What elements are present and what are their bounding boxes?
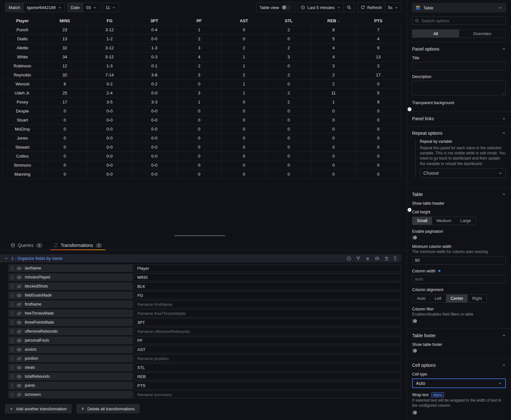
column-filter-toggle[interactable] [412, 318, 413, 324]
title-input[interactable] [412, 62, 506, 70]
column-header-reb[interactable]: REB↓ [311, 18, 356, 25]
cell-options-header[interactable]: Cell options [412, 363, 506, 368]
enable-pagination-toggle[interactable] [412, 235, 413, 240]
drag-handle-icon[interactable] [11, 293, 14, 298]
repeat-variable-select[interactable]: Choose [420, 168, 506, 178]
rename-input[interactable] [134, 300, 401, 308]
table-footer-header[interactable]: Table footer [412, 333, 506, 338]
cell-type-select[interactable]: Auto [412, 378, 506, 388]
eye-icon[interactable] [17, 365, 22, 370]
rename-input[interactable] [134, 282, 401, 290]
panel-links-header[interactable]: Panel links [412, 116, 506, 121]
eye-icon[interactable] [17, 320, 22, 325]
tab-overrides[interactable]: Overrides [459, 30, 506, 37]
column-alignment-option-left[interactable]: Left [430, 295, 446, 302]
drag-handle-icon[interactable] [11, 284, 14, 288]
panel-type-selector[interactable]: Table [412, 3, 506, 12]
refresh-interval-dropdown[interactable]: 5s [385, 3, 401, 12]
column-header-stl[interactable]: STL [266, 18, 311, 25]
drag-handle-icon[interactable] [11, 375, 14, 379]
rename-input[interactable] [134, 346, 401, 353]
column-header-player[interactable]: Player [3, 18, 43, 25]
eye-icon[interactable] [17, 293, 22, 298]
eye-slash-icon[interactable] [17, 284, 22, 289]
rename-input[interactable] [134, 327, 401, 335]
rename-input[interactable] [134, 337, 401, 344]
tab-transformations[interactable]: Transformations 1 [53, 241, 102, 250]
eye-slash-icon[interactable] [17, 356, 22, 361]
drag-handle-icon[interactable] [11, 329, 14, 334]
match-value-dropdown[interactable]: /game/6442189 [24, 3, 64, 12]
drag-handle-icon[interactable] [11, 393, 14, 397]
transformation-header[interactable]: 1 - Organize fields by name [0, 254, 401, 262]
repeat-options-header[interactable]: Repeat options [412, 131, 506, 136]
debug-button[interactable] [365, 256, 370, 261]
cell-height-option-medium[interactable]: Medium [432, 217, 456, 225]
eye-slash-icon[interactable] [17, 329, 22, 334]
panel-options-header[interactable]: Panel options [412, 46, 506, 52]
eye-icon[interactable] [17, 338, 22, 343]
drag-handle-icon[interactable] [11, 311, 14, 316]
drag-handle-icon[interactable] [11, 275, 14, 279]
column-header-pts[interactable]: PTS [356, 18, 401, 25]
tab-all[interactable]: All [412, 30, 459, 37]
eye-slash-icon[interactable] [17, 392, 22, 397]
rename-input[interactable] [134, 318, 401, 326]
column-alignment-option-auto[interactable]: Auto [412, 295, 430, 302]
min-column-width-input[interactable] [412, 256, 506, 265]
column-header-mins[interactable]: MINS [43, 18, 87, 25]
drag-handle-icon[interactable] [11, 357, 14, 361]
zoom-out-button[interactable] [343, 3, 354, 12]
delete-button[interactable] [384, 256, 389, 261]
drag-handle-icon[interactable] [11, 384, 14, 388]
rename-input[interactable] [134, 391, 401, 398]
eye-icon[interactable] [17, 383, 22, 388]
date-day-dropdown[interactable]: 11 [103, 3, 119, 12]
description-input[interactable] [412, 81, 506, 95]
tab-queries[interactable]: Queries 1 [11, 241, 43, 250]
column-header-pf[interactable]: PF [177, 18, 222, 25]
column-width-input[interactable] [412, 275, 506, 283]
column-header-ast[interactable]: AST [222, 18, 266, 25]
eye-icon[interactable] [17, 275, 22, 280]
pane-resize-handle[interactable] [174, 235, 225, 236]
drag-handle-icon[interactable] [11, 302, 14, 307]
date-month-dropdown[interactable]: 03 [83, 3, 99, 12]
eye-slash-icon[interactable] [17, 302, 22, 307]
wrap-text-toggle[interactable] [412, 410, 413, 415]
column-alignment-option-center[interactable]: Center [446, 295, 468, 302]
cell-height-option-small[interactable]: Small [412, 217, 432, 225]
drag-handle-icon[interactable] [11, 266, 14, 270]
time-range-picker[interactable]: Last 5 minutes [298, 3, 343, 12]
column-header-3pt[interactable]: 3PT [132, 18, 177, 25]
eye-icon[interactable] [17, 374, 22, 379]
rename-input[interactable] [134, 264, 401, 272]
rename-input[interactable] [134, 273, 401, 281]
add-transformation-button[interactable]: + Add another transformation [5, 404, 72, 413]
show-table-footer-toggle[interactable] [412, 348, 413, 354]
drag-handle-icon[interactable] [11, 366, 14, 370]
drag-handle-icon[interactable] [11, 338, 14, 343]
table-view-toggle[interactable] [281, 5, 292, 10]
rename-input[interactable] [134, 291, 401, 299]
rename-input[interactable] [134, 355, 401, 362]
rename-input[interactable] [134, 373, 401, 380]
info-button[interactable] [347, 256, 351, 261]
cell-height-option-large[interactable]: Large [456, 217, 476, 225]
drag-handle-icon[interactable] [11, 347, 14, 352]
filter-button[interactable] [356, 256, 361, 261]
options-search[interactable]: Search options [412, 16, 506, 25]
eye-slash-icon[interactable] [17, 311, 22, 316]
drag-handle-icon[interactable] [394, 256, 397, 261]
column-alignment-option-right[interactable]: Right [468, 295, 486, 302]
column-header-fg[interactable]: FG [87, 18, 132, 25]
drag-handle-icon[interactable] [11, 320, 14, 325]
eye-icon[interactable] [17, 266, 22, 271]
eye-icon[interactable] [17, 347, 22, 352]
delete-all-transformations-button[interactable]: × Delete all transformations [77, 404, 140, 413]
rename-input[interactable] [134, 382, 401, 389]
preview-button[interactable] [375, 256, 380, 261]
rename-input[interactable] [134, 364, 401, 371]
refresh-button[interactable]: Refresh [358, 3, 385, 12]
rename-input[interactable] [134, 309, 401, 317]
